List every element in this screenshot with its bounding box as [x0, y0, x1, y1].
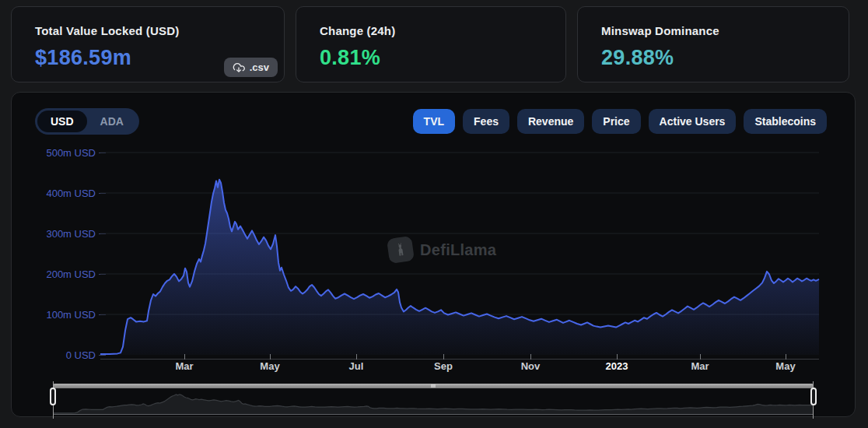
stat-label: Minswap Dominance	[601, 24, 719, 37]
x-axis-tick	[617, 354, 618, 360]
x-axis-label: Nov	[521, 360, 541, 372]
y-axis-label: 100m USD	[24, 309, 96, 321]
toggle-option-usd[interactable]: USD	[37, 111, 87, 132]
brush-grip-icon	[432, 384, 436, 388]
watermark-text: DefiLlama	[420, 241, 496, 259]
watermark: DefiLlama	[388, 237, 496, 262]
x-axis-tick	[356, 354, 357, 360]
x-axis-label: May	[775, 360, 795, 372]
x-axis-label: Sep	[434, 360, 453, 372]
x-axis-label: May	[260, 360, 279, 372]
x-axis-label: Mar	[691, 360, 709, 372]
brush-mini-chart	[54, 390, 813, 415]
time-range-brush	[51, 381, 816, 417]
dashboard: Total Value Locked (USD) $186.59m .csv C…	[0, 0, 868, 428]
stat-card-change: Change (24h) 0.81%	[296, 6, 566, 82]
x-axis-tick	[700, 354, 701, 360]
tab-tvl[interactable]: TVL	[413, 109, 455, 134]
x-axis-tick	[443, 354, 444, 360]
tab-revenue[interactable]: Revenue	[517, 109, 584, 134]
x-axis-tick	[530, 354, 531, 360]
y-axis-label: 0 USD	[24, 349, 96, 361]
chart-panel: USD ADA TVL Fees Revenue Price Active Us…	[11, 92, 856, 417]
stat-card-tvl: Total Value Locked (USD) $186.59m .csv	[11, 6, 285, 82]
tvl-area-fill	[100, 180, 819, 355]
tab-stablecoins[interactable]: Stablecoins	[744, 109, 827, 134]
y-axis-label: 400m USD	[24, 188, 96, 199]
x-axis-line	[100, 359, 819, 360]
stat-value: $186.59m	[35, 46, 131, 70]
x-axis-label: Mar	[175, 360, 193, 372]
y-axis-label: 300m USD	[24, 228, 96, 240]
csv-button-label: .csv	[250, 61, 269, 73]
x-axis-tick	[270, 354, 271, 360]
x-axis-label: Jul	[349, 360, 364, 372]
x-axis-tick	[184, 354, 185, 360]
tab-price[interactable]: Price	[592, 109, 640, 134]
brush-selection-bar[interactable]	[54, 384, 813, 388]
x-axis-tick	[786, 354, 786, 360]
stat-value: 29.88%	[601, 46, 674, 70]
defillama-logo-icon	[387, 236, 415, 264]
mini-area-fill	[54, 395, 813, 414]
stat-label: Change (24h)	[320, 24, 395, 37]
tab-fees[interactable]: Fees	[463, 109, 509, 134]
currency-toggle: USD ADA	[35, 108, 139, 135]
y-axis-label: 500m USD	[24, 147, 96, 159]
stat-card-dominance: Minswap Dominance 29.88%	[577, 6, 849, 82]
x-axis-label: 2023	[606, 360, 628, 372]
tab-active-users[interactable]: Active Users	[649, 109, 737, 134]
stat-label: Total Value Locked (USD)	[35, 24, 179, 37]
chart-tabs: TVL Fees Revenue Price Active Users Stab…	[413, 109, 827, 134]
brush-left-handle[interactable]	[50, 388, 56, 405]
toggle-option-ada[interactable]: ADA	[87, 111, 137, 132]
download-cloud-icon	[233, 62, 245, 73]
stat-value: 0.81%	[320, 46, 380, 70]
y-axis-label: 200m USD	[24, 268, 96, 280]
csv-download-button[interactable]: .csv	[224, 58, 278, 77]
brush-right-handle[interactable]	[810, 388, 817, 405]
